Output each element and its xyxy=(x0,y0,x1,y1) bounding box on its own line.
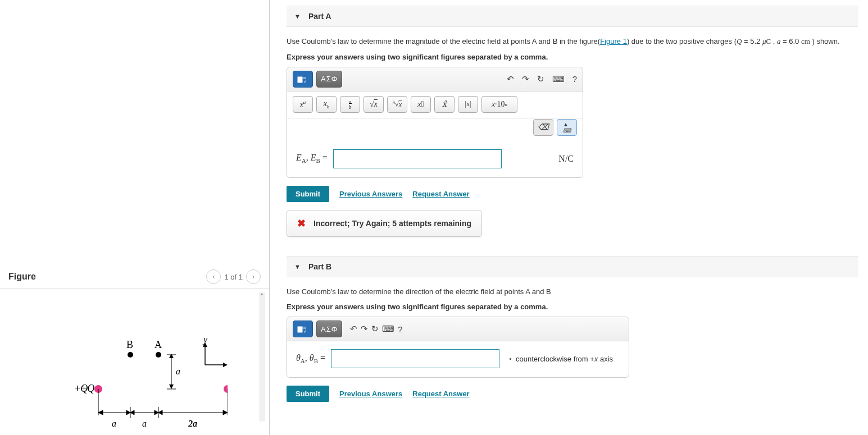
keyboard-icon[interactable]: ⌨ xyxy=(382,324,394,334)
part-a-body: Use Coulomb's law to determine the magni… xyxy=(287,36,858,241)
figure-prev-button[interactable]: ‹ xyxy=(206,269,221,284)
part-a-request-answer-link[interactable]: Request Answer xyxy=(412,190,469,198)
reset-icon[interactable]: ↻ xyxy=(537,74,544,84)
part-a-previous-answers-link[interactable]: Previous Answers xyxy=(339,190,402,198)
nroot-button[interactable]: n√x xyxy=(387,96,407,113)
abs-button[interactable]: |x| xyxy=(458,96,478,113)
help-icon[interactable]: ? xyxy=(398,324,402,334)
dim-a1: a xyxy=(112,419,116,428)
equation-toolbar: n√ ΑΣΦ ↶ ↷ ↻ ⌨ ? xyxy=(287,67,583,91)
part-b-unit: ∘ counterclockwise from +x axis xyxy=(508,355,613,363)
svg-rect-27 xyxy=(298,77,302,83)
part-a-answer-label: EA, EB = xyxy=(296,153,328,164)
svg-text:√: √ xyxy=(303,328,306,333)
math-buttons-row: xa xb ab √x n√x x⃗ x̂ |x| x·10n xyxy=(287,91,583,119)
superscript-button[interactable]: xa xyxy=(293,96,313,113)
svg-marker-7 xyxy=(169,354,174,358)
undo-icon[interactable]: ↶ xyxy=(507,74,514,84)
question-panel: ▼ Part A Use Coulomb's law to determine … xyxy=(270,0,868,435)
template-mode-button[interactable]: n√ xyxy=(293,71,313,88)
part-b-answer-input[interactable] xyxy=(331,349,499,368)
svg-text:+Q: +Q xyxy=(75,383,88,394)
svg-marker-20 xyxy=(98,410,103,415)
svg-marker-24 xyxy=(154,410,158,415)
undo-icon[interactable]: ↶ xyxy=(350,324,357,334)
svg-marker-25 xyxy=(158,410,162,415)
part-b-title: Part B xyxy=(308,262,331,271)
svg-point-5 xyxy=(156,352,161,358)
dim-a-vertical: a xyxy=(176,367,180,376)
sci-notation-button[interactable]: x·10n xyxy=(481,96,517,113)
part-b-submit-button[interactable]: Submit xyxy=(287,386,329,402)
part-a-submit-button[interactable]: Submit xyxy=(287,186,329,202)
part-a-title: Part A xyxy=(308,12,331,21)
part-a-express: Express your answers using two significa… xyxy=(287,53,858,61)
redo-icon[interactable]: ↷ xyxy=(361,324,368,334)
part-a-answer-input[interactable] xyxy=(333,149,502,168)
feedback-text: Incorrect; Try Again; 5 attempts remaini… xyxy=(313,219,471,228)
figure-scrollbar[interactable] xyxy=(260,292,265,422)
keyboard-toggle-button[interactable]: ▲⌨ xyxy=(557,119,577,136)
help-icon[interactable]: ? xyxy=(572,74,577,84)
collapse-icon: ▼ xyxy=(294,263,301,270)
figure-diagram: y x B A xyxy=(42,328,228,435)
subscript-button[interactable]: xb xyxy=(316,96,337,113)
svg-point-4 xyxy=(128,352,133,358)
part-b-previous-answers-link[interactable]: Previous Answers xyxy=(339,390,402,398)
greek-mode-button[interactable]: ΑΣΦ xyxy=(316,71,342,88)
svg-marker-22 xyxy=(126,410,130,415)
figure-next-button[interactable]: › xyxy=(246,269,261,284)
part-a-feedback: ✖ Incorrect; Try Again; 5 attempts remai… xyxy=(287,210,482,237)
figure-title: Figure xyxy=(8,272,36,282)
svg-marker-3 xyxy=(223,363,228,367)
part-a-answer-box: n√ ΑΣΦ ↶ ↷ ↻ ⌨ ? xa xb ab √x xyxy=(287,67,583,178)
part-b-answer-box: n√ ΑΣΦ ↶ ↷ ↻ ⌨ ? θA, θB = ∘ counterclock… xyxy=(287,317,629,378)
part-b-instructions: Use Coulomb's law to determine the direc… xyxy=(287,286,858,297)
fraction-button[interactable]: ab xyxy=(340,96,360,113)
figure-body: y x B A xyxy=(8,289,261,435)
point-B-label: B xyxy=(126,339,133,350)
figure-panel: Figure ‹ 1 of 1 › y x xyxy=(0,0,270,435)
part-a-header[interactable]: ▼ Part A xyxy=(287,6,858,27)
part-a-instructions: Use Coulomb's law to determine the magni… xyxy=(287,36,858,47)
figure-header: Figure ‹ 1 of 1 › xyxy=(0,264,269,289)
part-b-answer-label: θA, θB = xyxy=(296,353,325,364)
part-b-express: Express your answers using two significa… xyxy=(287,303,858,311)
vector-button[interactable]: x⃗ xyxy=(411,96,431,113)
reset-icon[interactable]: ↻ xyxy=(371,324,379,334)
backspace-button[interactable]: ⌫ xyxy=(533,119,553,136)
svg-rect-30 xyxy=(298,327,302,332)
svg-marker-21 xyxy=(223,410,228,415)
part-b-header[interactable]: ▼ Part B xyxy=(287,256,858,277)
svg-marker-23 xyxy=(130,410,134,415)
svg-text:2a: 2a xyxy=(188,419,197,428)
part-a-unit: N/C xyxy=(558,154,574,164)
hat-button[interactable]: x̂ xyxy=(434,96,455,113)
figure-nav-label: 1 of 1 xyxy=(224,273,243,281)
template-mode-button[interactable]: n√ xyxy=(293,320,313,337)
svg-point-13 xyxy=(224,385,228,393)
collapse-icon: ▼ xyxy=(294,13,301,20)
part-b-request-answer-link[interactable]: Request Answer xyxy=(412,390,469,398)
equation-toolbar-b: n√ ΑΣΦ ↶ ↷ ↻ ⌨ ? xyxy=(287,317,629,341)
figure-nav: ‹ 1 of 1 › xyxy=(206,269,261,284)
dim-a2: a xyxy=(142,419,147,428)
keyboard-icon[interactable]: ⌨ xyxy=(552,74,565,84)
svg-text:√: √ xyxy=(303,79,306,84)
incorrect-icon: ✖ xyxy=(297,217,306,230)
figure-link[interactable]: Figure 1 xyxy=(600,37,627,45)
greek-mode-button[interactable]: ΑΣΦ xyxy=(316,320,342,337)
redo-icon[interactable]: ↷ xyxy=(522,74,529,84)
svg-marker-8 xyxy=(169,384,174,389)
sqrt-button[interactable]: √x xyxy=(363,96,384,113)
part-b-body: Use Coulomb's law to determine the direc… xyxy=(287,286,858,415)
point-A-label: A xyxy=(154,339,162,350)
